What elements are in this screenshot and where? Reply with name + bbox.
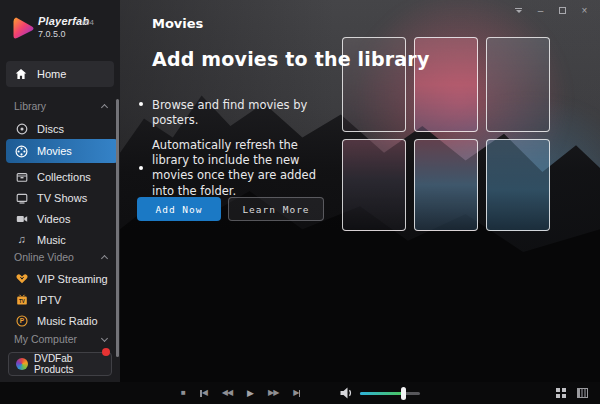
dvdfab-products-button[interactable]: DVDFab Products [8,352,112,376]
dvdfab-products-label: DVDFab Products [34,353,111,375]
bullet-item: Automatically refresh the library to inc… [139,138,331,199]
disc-icon [15,122,28,135]
volume-slider[interactable] [360,392,420,395]
svg-text:P: P [19,317,24,324]
rewind-button[interactable]: ◀◀ [222,389,232,397]
add-now-button[interactable]: Add Now [137,197,221,221]
app-arch: x64 [81,18,94,27]
sidebar-section-my-computer[interactable]: My Computer [0,331,120,347]
video-camera-icon [15,212,28,225]
sidebar-item-label: Music [37,234,66,246]
maximize-icon [559,7,566,14]
menu-dropdown-icon[interactable] [513,5,524,16]
chevron-up-icon [101,103,108,110]
sidebar-item-movies[interactable]: Movies [6,139,118,163]
vip-heart-icon [15,272,28,285]
section-label: Online Video [14,251,74,263]
volume-icon[interactable] [340,387,354,399]
film-reel-icon [15,145,28,158]
stop-button[interactable]: ■ [181,389,185,397]
sidebar-item-label: Discs [37,123,64,135]
sidebar-section-library[interactable]: Library [0,98,120,114]
minimize-button[interactable]: – [535,5,546,16]
transport-controls: ■ ◀ ◀◀ ▶ ▶▶ ▶ [181,382,300,404]
sidebar: Playerfab x64 7.0.5.0 Home Library Discs… [0,0,120,382]
sidebar-item-label: Movies [37,145,72,157]
sidebar-scrollbar[interactable] [116,99,119,357]
sidebar-item-music[interactable]: ♫ Music [0,229,120,250]
window-controls: – × [513,5,590,16]
tv-icon [15,191,28,204]
bullet-text: Browse and find movies by posters. [152,98,339,128]
bullet-dot [139,102,143,106]
music-note-icon: ♫ [15,233,28,246]
sidebar-section-online-video[interactable]: Online Video [0,249,120,265]
playerfab-window: Playerfab x64 7.0.5.0 Home Library Discs… [0,0,600,404]
volume-fill [360,392,403,395]
sidebar-item-label: Videos [37,213,70,225]
previous-button[interactable]: ◀ [200,389,207,397]
sidebar-item-home[interactable]: Home [6,61,114,87]
player-right-controls [556,382,588,404]
notification-dot [102,348,110,356]
learn-more-button[interactable]: Learn More [228,197,324,221]
sidebar-item-discs[interactable]: Discs [0,118,120,139]
svg-text:TV: TV [19,298,26,303]
home-icon [15,68,28,81]
volume-handle[interactable] [401,387,406,400]
playlist-icon[interactable] [577,388,588,398]
bullet-item: Browse and find movies by posters. [139,98,339,128]
collections-icon [15,170,28,183]
sidebar-item-label: TV Shows [37,192,87,204]
radio-icon: P [15,314,28,327]
sidebar-item-label: Music Radio [37,315,98,327]
movies-page-content: Movies Add movies to the library Browse … [120,0,600,382]
sidebar-item-tv-shows[interactable]: TV Shows [0,187,120,208]
main-content-area: Movies Add movies to the library Browse … [120,0,600,382]
maximize-button[interactable] [557,5,568,16]
sidebar-item-music-radio[interactable]: P Music Radio [0,310,120,331]
bullet-text: Automatically refresh the library to inc… [152,138,331,199]
close-button[interactable]: × [579,5,590,16]
chevron-up-icon [101,254,108,261]
page-heading: Add movies to the library [152,48,430,70]
page-title: Movies [152,16,203,31]
sidebar-item-iptv[interactable]: TV IPTV [0,289,120,310]
sidebar-item-label: VIP Streaming [37,273,108,285]
sidebar-item-label: Collections [37,171,91,183]
fullscreen-icon[interactable] [556,388,566,398]
iptv-icon: TV [15,293,28,306]
sidebar-item-vip-streaming[interactable]: VIP Streaming [0,268,120,289]
chevron-down-icon [101,334,108,341]
fast-forward-button[interactable]: ▶▶ [268,389,278,397]
sidebar-item-label: IPTV [37,294,61,306]
dvdfab-logo-icon [16,358,28,370]
app-version: 7.0.5.0 [38,29,66,39]
section-label: My Computer [14,333,77,345]
player-bar: ■ ◀ ◀◀ ▶ ▶▶ ▶ [0,382,600,404]
sidebar-item-videos[interactable]: Videos [0,208,120,229]
sidebar-item-collections[interactable]: Collections [0,166,120,187]
next-button[interactable]: ▶ [293,389,300,397]
section-label: Library [14,100,46,112]
playerfab-logo-icon [11,15,36,42]
bullet-dot [139,166,143,170]
sidebar-item-label: Home [37,68,66,80]
play-button[interactable]: ▶ [247,389,253,398]
next-bar-icon [299,390,301,397]
